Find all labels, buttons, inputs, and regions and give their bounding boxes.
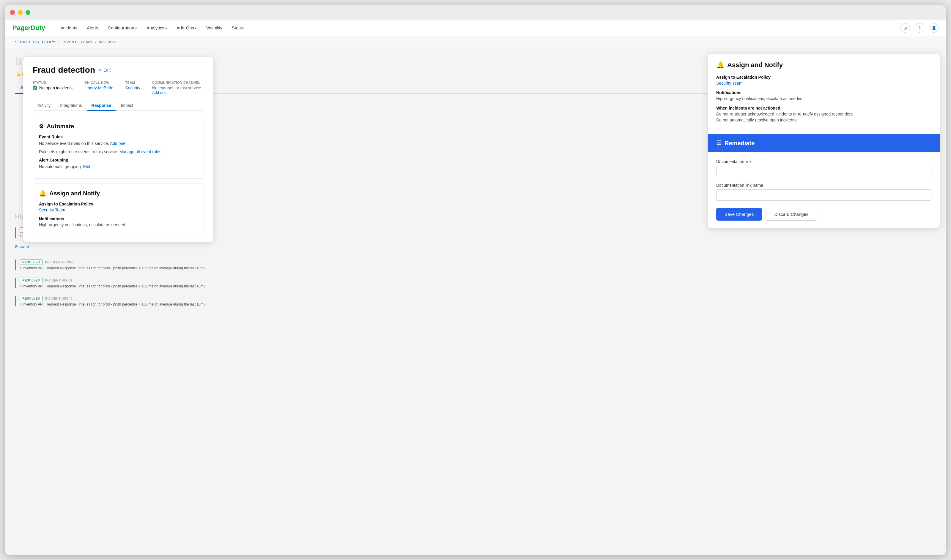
help-icon[interactable]: ? — [915, 23, 924, 33]
right-escalation-label: Assign to Escalation Policy — [716, 75, 931, 80]
no-grouping-text: No automatic grouping. — [39, 164, 82, 169]
doc-name-field: Documentation link name — [716, 183, 931, 201]
edit-grouping-link[interactable]: Edit. — [83, 164, 91, 169]
breadcrumb: SERVICE DIRECTORY › INVENTORY API › ACTI… — [5, 36, 946, 48]
communication-column: COMMUNICATION CHANNEL No channel for thi… — [152, 81, 204, 95]
team-column: TEAM Security — [125, 81, 140, 95]
show-more-link[interactable]: Show m — [15, 245, 936, 249]
navbar: PagerDuty Incidents Alerts Configuration… — [5, 20, 946, 36]
automate-title: Automate — [47, 123, 74, 130]
close-button[interactable] — [10, 10, 15, 15]
tab-impact[interactable]: Impact — [116, 101, 138, 111]
form-actions: Save Changes Discard Changes — [716, 208, 931, 221]
status-column: STATUS No open incidents — [33, 81, 73, 95]
right-panel: 🔔 Assign and Notify Assign to Escalation… — [708, 54, 940, 228]
breadcrumb-service-directory[interactable]: SERVICE DIRECTORY — [15, 40, 55, 44]
team-label: TEAM — [125, 81, 140, 84]
incident-id-3: INCIDENT #85643 — [45, 297, 73, 300]
notifications-label: Notifications — [39, 217, 198, 221]
gear-icon: ⚙ — [39, 123, 44, 130]
when-not-actioned-label: When incidents are not actioned — [716, 106, 931, 111]
card-tabs: Activity Integrations Response Impact — [33, 101, 204, 111]
tab-activity-card[interactable]: Activity — [33, 101, 55, 111]
doc-link-input[interactable] — [716, 166, 931, 177]
save-changes-button[interactable]: Save Changes — [716, 208, 762, 221]
comm-label: COMMUNICATION CHANNEL — [152, 81, 204, 84]
list-item: RESOLVED INCIDENT #85643 ↑ Inventory API… — [15, 292, 936, 310]
on-call-value[interactable]: Liberty McBride — [84, 86, 113, 90]
incident-text-1: ↑ Inventory API: Request Response Time i… — [20, 266, 205, 270]
when-not-actioned-text2: Do not automatically resolve open incide… — [716, 118, 931, 122]
notifications-value: High-urgency notifications, escalate as … — [39, 222, 198, 227]
resolved-badge-2: RESOLVED — [20, 278, 43, 283]
remediate-header: ☰ Remediate — [708, 134, 940, 152]
edit-label: Edit — [103, 68, 111, 72]
automate-section: ⚙ Automate Event Rules No service event … — [33, 117, 204, 179]
add-one-link[interactable]: Add one. — [110, 141, 127, 146]
status-value-text: No open incidents — [39, 86, 73, 90]
tab-response[interactable]: Response — [87, 101, 116, 111]
status-label: STATUS — [33, 81, 73, 84]
right-panel-assign: 🔔 Assign and Notify Assign to Escalation… — [708, 54, 940, 134]
nav-status[interactable]: Status — [232, 25, 245, 30]
team-value[interactable]: Security — [125, 86, 140, 90]
incident-id-2: INCIDENT #85701 — [45, 278, 73, 282]
no-rules-text: No service event rules on this service. — [39, 141, 109, 146]
assign-notify-header: 🔔 Assign and Notify — [39, 190, 198, 197]
nav-analytics[interactable]: Analytics — [147, 25, 167, 30]
nav-visibility[interactable]: Visibility — [206, 25, 222, 30]
nav-addons[interactable]: Add-Ons — [176, 25, 197, 30]
grid-icon[interactable]: ⊞ — [900, 23, 910, 33]
minimize-button[interactable] — [18, 10, 23, 15]
title-bar — [5, 5, 946, 20]
doc-name-input[interactable] — [716, 189, 931, 201]
alert-grouping: Alert Grouping No automatic grouping. Ed… — [39, 158, 198, 169]
bell-icon-right: 🔔 — [716, 61, 724, 69]
edit-link[interactable]: ✏ Edit — [99, 68, 111, 72]
right-escalation-section: Assign to Escalation Policy Security Tea… — [716, 75, 931, 86]
service-meta: STATUS No open incidents ON CALL NOW Lib… — [33, 81, 204, 95]
right-escalation-value[interactable]: Security Team — [716, 81, 931, 86]
when-not-actioned-section: When incidents are not actioned Do not r… — [716, 106, 931, 122]
right-panel-title-text: Assign and Notify — [727, 61, 783, 69]
right-panel-title: 🔔 Assign and Notify — [716, 61, 931, 69]
list-item: RESOLVED INCIDENT #85701 ↑ Inventory API… — [15, 274, 936, 292]
bell-icon: 🔔 — [39, 190, 46, 197]
nav-logo[interactable]: PagerDuty — [12, 24, 45, 32]
resolved-bar-3 — [15, 296, 16, 306]
manage-rules-link[interactable]: Manage all event rules. — [119, 149, 162, 154]
on-call-column: ON CALL NOW Liberty McBride — [84, 81, 113, 95]
list-icon: ☰ — [716, 140, 722, 147]
breadcrumb-inventory-api[interactable]: INVENTORY API — [62, 40, 92, 44]
nav-configuration[interactable]: Configuration — [108, 25, 137, 30]
right-notifications-value: High-urgency notifications, escalate as … — [716, 96, 931, 101]
trig-bar — [15, 228, 16, 238]
comm-add-link[interactable]: Add one. — [152, 90, 204, 95]
alert-grouping-label: Alert Grouping — [39, 158, 198, 162]
fraud-detection-card: Fraud detection ✏ Edit STATUS No open in… — [23, 57, 213, 242]
nav-alerts[interactable]: Alerts — [87, 25, 98, 30]
resolved-bar-2 — [15, 278, 16, 288]
remediate-title: Remediate — [724, 140, 755, 147]
maximize-button[interactable] — [26, 10, 30, 15]
escalation-value[interactable]: Security Team — [39, 208, 198, 212]
warning-icon: ⚠ — [17, 72, 20, 77]
right-notifications-section: Notifications High-urgency notifications… — [716, 90, 931, 101]
user-icon[interactable]: 👤 — [929, 23, 939, 33]
event-rules-text: No service event rules on this service. … — [39, 141, 198, 146]
fraud-card-title: Fraud detection — [33, 65, 95, 75]
nav-icons: ⊞ ? 👤 — [900, 23, 939, 33]
comm-text: No channel for this service. — [152, 86, 202, 90]
pencil-icon: ✏ — [99, 68, 102, 72]
doc-link-label: Documentation link — [716, 159, 931, 164]
status-value: No open incidents — [33, 86, 73, 90]
discard-changes-button[interactable]: Discard Changes — [766, 208, 817, 221]
right-notifications-label: Notifications — [716, 90, 931, 95]
tab-integrations[interactable]: Integrations — [55, 101, 86, 111]
escalation-label: Assign to Escalation Policy — [39, 202, 198, 206]
assign-notify-card-section: 🔔 Assign and Notify Assign to Escalation… — [33, 183, 204, 233]
alert-grouping-text: No automatic grouping. Edit. — [39, 164, 198, 169]
nav-incidents[interactable]: Incidents — [59, 25, 77, 30]
assign-notify-title: Assign and Notify — [49, 190, 100, 197]
comm-value: No channel for this service. — [152, 86, 204, 90]
